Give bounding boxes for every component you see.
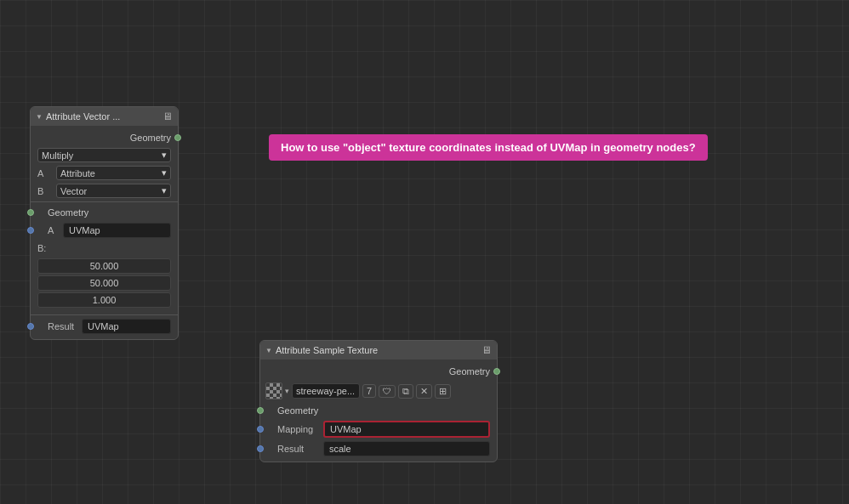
geometry2-in-dot[interactable] xyxy=(27,209,34,216)
a-in-dot[interactable] xyxy=(27,227,34,234)
a-type-arrow: ▾ xyxy=(162,167,167,178)
shield-btn[interactable]: 🛡 xyxy=(379,385,396,398)
a-uvmap-field[interactable]: UVMap xyxy=(63,223,171,238)
node2-geometry-label: Geometry xyxy=(449,366,490,377)
node2-geometry-in-dot[interactable] xyxy=(257,407,264,414)
collapse-triangle[interactable]: ▼ xyxy=(36,113,43,121)
b-type-value: Vector xyxy=(60,186,87,196)
checker-icon xyxy=(265,382,282,399)
divider1 xyxy=(31,201,178,202)
mapping-dot[interactable] xyxy=(257,426,264,433)
mapping-label: Mapping xyxy=(277,424,320,434)
node2-collapse-triangle[interactable]: ▼ xyxy=(265,347,272,354)
node1-title: Attribute Vector ... xyxy=(46,111,120,122)
node1-geometry-row: Geometry xyxy=(31,129,178,146)
node2-geometry-out-dot[interactable] xyxy=(493,368,500,375)
node1-header: ▼ Attribute Vector ... 🖥 xyxy=(31,107,178,126)
node1-body: Geometry Multiply ▾ A Attribute ▾ B Vect… xyxy=(31,126,178,339)
texture-row: ▾ streeway-pe... 7 🛡 ⧉ ✕ ⊞ xyxy=(260,380,497,402)
node1-a2-label: A xyxy=(48,225,60,235)
node2-result-value: scale xyxy=(329,444,351,454)
node2-geometry-in-row: Geometry xyxy=(260,402,497,419)
node1-b-type-row: B Vector ▾ xyxy=(31,182,178,200)
value2: 50.000 xyxy=(90,278,119,288)
tooltip-box: How to use "object" texture coordinates … xyxy=(269,134,708,161)
node1-geometry2-label: Geometry xyxy=(48,207,88,218)
value1-field[interactable]: 50.000 xyxy=(37,258,171,274)
mapping-value: UVMap xyxy=(330,424,362,434)
node2-monitor-icon[interactable]: 🖥 xyxy=(481,344,492,356)
node1-geometry2-row: Geometry xyxy=(31,204,178,221)
monitor-icon[interactable]: 🖥 xyxy=(162,110,173,122)
b-type-arrow: ▾ xyxy=(162,185,167,196)
node1-a-type-row: A Attribute ▾ xyxy=(31,164,178,182)
node2-body: Geometry ▾ streeway-pe... 7 🛡 ⧉ ✕ ⊞ Geom… xyxy=(260,360,497,462)
value3: 1.000 xyxy=(93,295,117,305)
node2-mapping-row: Mapping UVMap xyxy=(260,419,497,439)
texture-num-btn[interactable]: 7 xyxy=(362,384,376,398)
mapping-field[interactable]: UVMap xyxy=(323,421,490,438)
texture-name: streeway-pe... xyxy=(296,386,355,396)
node2-title: Attribute Sample Texture xyxy=(276,345,378,355)
node1-a2-row: A UVMap xyxy=(31,221,178,240)
node1-b2-label: B: xyxy=(37,243,46,253)
operation-arrow: ▾ xyxy=(162,150,167,161)
copy-btn[interactable]: ⧉ xyxy=(398,384,413,399)
result-field[interactable]: UVMap xyxy=(82,319,171,334)
node1-b-label: B xyxy=(37,186,53,196)
a-uvmap-value: UVMap xyxy=(69,225,100,235)
a-type-value: Attribute xyxy=(60,168,95,178)
node2-header: ▼ Attribute Sample Texture 🖥 xyxy=(260,341,497,360)
grid-btn[interactable]: ⊞ xyxy=(435,384,451,399)
texture-num: 7 xyxy=(367,386,372,396)
node2-result-label: Result xyxy=(277,444,320,454)
result-label: Result xyxy=(48,321,78,331)
texture-name-field[interactable]: streeway-pe... xyxy=(292,383,360,399)
values-section: 50.000 50.000 1.000 xyxy=(31,257,178,313)
divider2 xyxy=(31,314,178,315)
b-type-select[interactable]: Vector ▾ xyxy=(56,184,171,198)
close-btn[interactable]: ✕ xyxy=(416,384,432,399)
node1-operation-row: Multiply ▾ xyxy=(31,146,178,164)
tooltip-text: How to use "object" texture coordinates … xyxy=(281,141,696,154)
node2-result-row: Result scale xyxy=(260,439,497,458)
node-attribute-vector: ▼ Attribute Vector ... 🖥 Geometry Multip… xyxy=(30,106,179,340)
value3-field[interactable]: 1.000 xyxy=(37,292,171,308)
operation-select[interactable]: Multiply ▾ xyxy=(37,148,171,162)
dropdown-arrow[interactable]: ▾ xyxy=(285,387,289,395)
node2-result-field[interactable]: scale xyxy=(323,441,490,456)
operation-value: Multiply xyxy=(42,150,73,161)
geometry-out-dot[interactable] xyxy=(174,134,181,141)
node2-result-dot[interactable] xyxy=(257,445,264,452)
node1-a-label: A xyxy=(37,168,53,178)
node1-geometry-label: Geometry xyxy=(130,133,171,143)
node2-geometry2-label: Geometry xyxy=(277,405,318,416)
node1-result-row: Result UVMap xyxy=(31,317,178,336)
value2-field[interactable]: 50.000 xyxy=(37,275,171,291)
node1-b2-label-row: B: xyxy=(31,240,178,257)
node-attribute-sample-texture: ▼ Attribute Sample Texture 🖥 Geometry ▾ … xyxy=(259,340,498,462)
value1: 50.000 xyxy=(90,261,119,271)
a-type-select[interactable]: Attribute ▾ xyxy=(56,166,171,180)
result-value: UVMap xyxy=(88,321,119,331)
node2-geometry-out-row: Geometry xyxy=(260,363,497,380)
result-dot[interactable] xyxy=(27,323,34,330)
